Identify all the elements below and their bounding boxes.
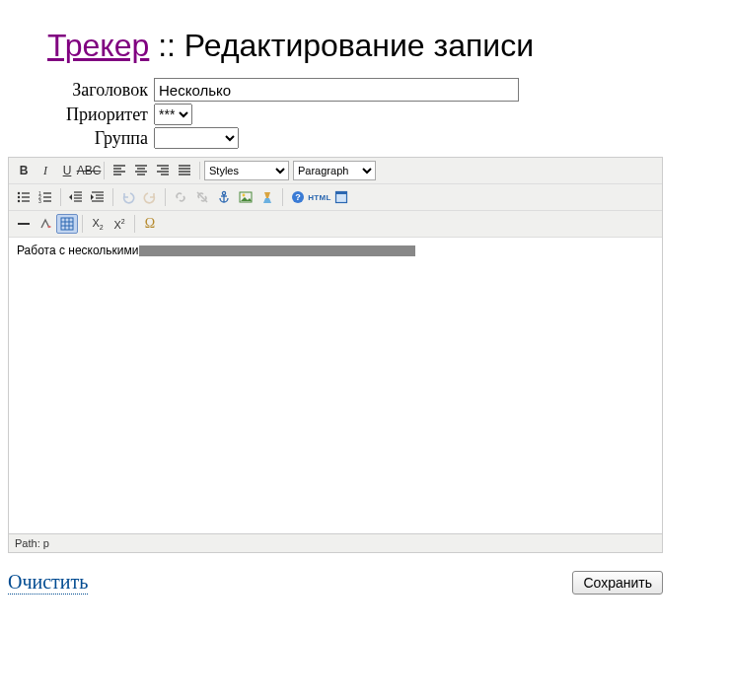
separator-icon <box>199 162 200 179</box>
svg-point-16 <box>18 192 20 194</box>
svg-point-17 <box>18 196 20 198</box>
title-sep: :: <box>149 28 184 63</box>
separator-icon <box>165 188 166 206</box>
help-button[interactable]: ? <box>287 187 309 207</box>
hr-button[interactable] <box>13 214 35 234</box>
tracker-link[interactable]: Трекер <box>47 28 149 63</box>
priority-select[interactable]: *** <box>154 104 192 125</box>
fullscreen-button[interactable] <box>330 187 352 207</box>
editor-body[interactable]: Работа с несколькими <box>9 238 662 533</box>
svg-rect-47 <box>61 218 73 230</box>
styles-select[interactable]: Styles <box>204 161 289 180</box>
align-center-button[interactable] <box>130 161 152 180</box>
align-justify-button[interactable] <box>174 161 195 180</box>
subscript-button[interactable]: X2 <box>87 214 109 234</box>
align-right-button[interactable] <box>152 161 174 180</box>
remove-format-button[interactable] <box>35 214 56 234</box>
svg-point-41 <box>243 194 246 197</box>
separator-icon <box>112 188 113 206</box>
undo-button[interactable] <box>117 187 139 207</box>
redacted-text <box>139 245 415 256</box>
svg-rect-45 <box>336 192 347 195</box>
redo-button[interactable] <box>139 187 161 207</box>
svg-point-18 <box>18 200 20 202</box>
underline-button[interactable]: U <box>56 161 78 180</box>
rich-text-editor: B I U ABC Styles Paragraph 123 <box>8 157 663 553</box>
charmap-button[interactable]: Ω <box>139 214 161 234</box>
indent-button[interactable] <box>87 187 109 207</box>
save-button[interactable]: Сохранить <box>572 571 663 595</box>
toolbar-row-3: X2 X2 Ω <box>9 211 662 238</box>
italic-button[interactable]: I <box>35 161 56 180</box>
toolbar-row-1: B I U ABC Styles Paragraph <box>9 158 662 184</box>
toolbar-row-2: 123 ? HTML <box>9 184 662 211</box>
unlink-button[interactable] <box>191 187 213 207</box>
separator-icon <box>82 215 83 233</box>
number-list-button[interactable]: 123 <box>35 187 56 207</box>
html-button[interactable]: HTML <box>309 187 330 207</box>
superscript-button[interactable]: X2 <box>109 214 130 234</box>
separator-icon <box>60 188 61 206</box>
svg-point-37 <box>222 191 225 194</box>
link-button[interactable] <box>170 187 191 207</box>
guidelines-button[interactable] <box>56 214 78 234</box>
clear-link[interactable]: Очистить <box>8 571 88 595</box>
align-left-button[interactable] <box>109 161 130 180</box>
svg-text:?: ? <box>295 192 301 202</box>
group-select[interactable] <box>154 127 239 149</box>
strike-button[interactable]: ABC <box>78 161 100 180</box>
separator-icon <box>282 188 283 206</box>
title-label: Заголовок <box>47 80 148 101</box>
priority-label: Приоритет <box>47 105 148 125</box>
title-input[interactable] <box>154 78 519 102</box>
cleanup-button[interactable] <box>256 187 278 207</box>
bold-button[interactable]: B <box>13 161 35 180</box>
svg-text:3: 3 <box>38 198 41 204</box>
separator-icon <box>134 215 135 233</box>
title-text: Редактирование записи <box>184 28 534 63</box>
paragraph-select[interactable]: Paragraph <box>293 161 376 180</box>
image-button[interactable] <box>235 187 256 207</box>
path-label: Path: p <box>15 537 49 549</box>
bottom-bar: Очистить Сохранить <box>8 571 663 595</box>
page-title: Трекер :: Редактирование записи <box>47 28 722 64</box>
bullet-list-button[interactable] <box>13 187 35 207</box>
group-label: Группа <box>47 128 148 149</box>
outdent-button[interactable] <box>65 187 87 207</box>
anchor-button[interactable] <box>213 187 235 207</box>
separator-icon <box>104 162 105 179</box>
body-text: Работа с несколькими <box>17 244 139 257</box>
editor-status-bar: Path: p <box>9 533 662 552</box>
